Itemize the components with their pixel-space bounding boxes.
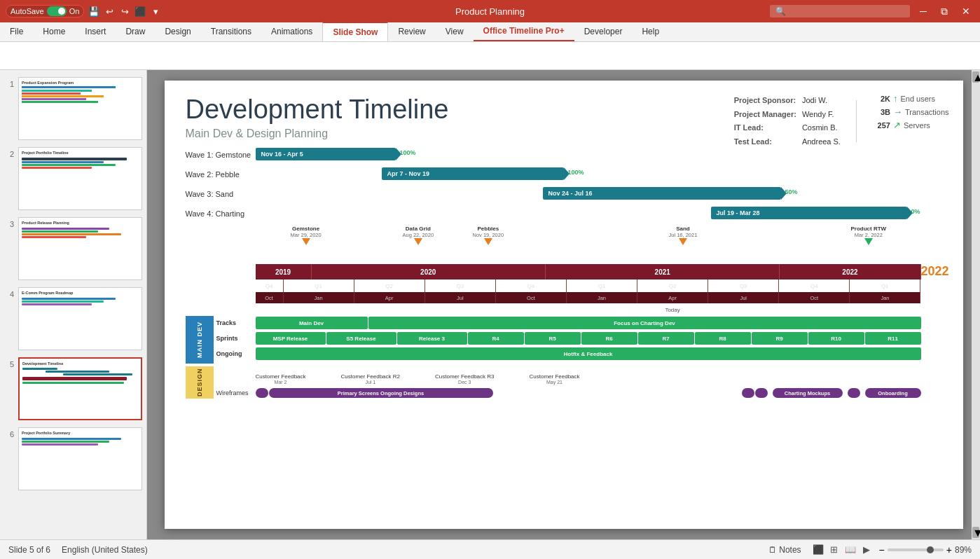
more-icon[interactable]: ▾ xyxy=(150,6,161,17)
status-right: 🗒 Notes ⬛ ⊞ 📖 ▶ − + 89% xyxy=(764,543,972,557)
wave-pct-1: 100% xyxy=(400,149,416,156)
stat-arrow-2: ↗ xyxy=(893,120,901,130)
scroll-down[interactable]: ▼ xyxy=(972,527,979,538)
q2-2020: Q2 xyxy=(354,280,425,292)
tab-transitions[interactable]: Transitions xyxy=(201,22,261,41)
minimize-button[interactable]: ─ xyxy=(916,6,931,17)
zoom-control: − + 89% xyxy=(879,544,972,555)
slide-num-5: 5 xyxy=(4,360,14,368)
undo-icon[interactable]: ↩ xyxy=(104,6,115,17)
v-scrollbar[interactable]: ▲ ▼ xyxy=(972,70,980,539)
zoom-in-button[interactable]: + xyxy=(946,544,952,555)
q4-2021: Q4 xyxy=(779,280,850,292)
tab-design[interactable]: Design xyxy=(155,22,200,41)
title-bar-left: AutoSave On 💾 ↩ ↪ ⬛ ▾ xyxy=(6,5,161,18)
feedback-1: Customer Feedback Mar 2 xyxy=(256,373,306,385)
slide-num-3: 3 xyxy=(4,220,14,228)
sprint-r10: R10 xyxy=(808,332,864,345)
slide-img-1: Product Expansion Program xyxy=(18,77,142,140)
tab-slide-show[interactable]: Slide Show xyxy=(322,22,388,41)
tab-insert[interactable]: Insert xyxy=(75,22,116,41)
it-lead-label: IT Lead: xyxy=(734,122,801,134)
scroll-up[interactable]: ▲ xyxy=(972,71,979,83)
year-2021: 2021 xyxy=(546,264,780,280)
ribbon-content xyxy=(0,42,980,70)
year-2020: 2020 xyxy=(312,264,546,280)
tab-help[interactable]: Help xyxy=(632,22,669,41)
stat-num-1: 3B xyxy=(871,108,890,116)
tab-draw[interactable]: Draw xyxy=(116,22,155,41)
wave-label-1: Wave 1: Gemstone xyxy=(186,151,256,159)
month-oct2: Oct xyxy=(496,292,567,303)
sprint-msp: MSP Release xyxy=(256,332,326,345)
slide-thumb-5[interactable]: 5 Development Timeline xyxy=(3,356,144,422)
wireframes-label: Wireframes xyxy=(214,389,256,396)
tab-file[interactable]: File xyxy=(0,22,33,41)
notes-button[interactable]: 🗒 Notes xyxy=(764,544,806,556)
tab-office-timeline[interactable]: Office Timeline Pro+ xyxy=(474,22,574,41)
sprint-r3: Release 3 xyxy=(397,332,467,345)
present-icon[interactable]: ⬛ xyxy=(134,6,146,17)
onboarding-bar: Onboarding xyxy=(865,388,921,398)
autosave-toggle[interactable] xyxy=(47,6,67,16)
autosave-badge[interactable]: AutoSave On xyxy=(6,5,84,18)
slide-panel[interactable]: 1 Product Expansion Program 2 xyxy=(0,70,147,539)
status-left: Slide 5 of 6 English (United States) xyxy=(8,545,148,555)
close-button[interactable]: ✕ xyxy=(958,6,974,17)
zoom-out-button[interactable]: − xyxy=(879,544,885,555)
slide-canvas-wrap: Development Timeline Main Dev & Design P… xyxy=(147,70,980,539)
search-bar[interactable]: 🔍 xyxy=(770,5,910,18)
wave-section: Wave 1: Gemstone Nov 16 - Apr 5 100% Wav… xyxy=(186,147,851,221)
wave-bar-4: Jul 19 - Mar 28 xyxy=(711,207,907,219)
stat-num-2: 257 xyxy=(871,121,890,130)
title-bar: AutoSave On 💾 ↩ ↪ ⬛ ▾ Product Planning 🔍… xyxy=(0,0,980,22)
milestone-arrow-sand xyxy=(679,238,687,245)
slide-thumb-3[interactable]: 3 Product Release Planning xyxy=(3,216,144,282)
redo-icon[interactable]: ↪ xyxy=(119,6,130,17)
stat-row-1: 3B → Transactions xyxy=(871,106,949,117)
stat-row-0: 2K ↑ End users xyxy=(871,93,949,104)
wave-row-1: Wave 1: Gemstone Nov 16 - Apr 5 100% xyxy=(186,147,851,163)
tab-review[interactable]: Review xyxy=(388,22,435,41)
save-icon[interactable]: 💾 xyxy=(88,6,99,17)
slide-num-6: 6 xyxy=(4,430,14,439)
feedback-4: Customer Feedback May 21 xyxy=(530,373,580,385)
year-badge-2022: 2022 xyxy=(920,264,948,279)
milestone-arrow-gemstone xyxy=(302,238,310,245)
zoom-slider[interactable] xyxy=(888,548,944,551)
view-buttons: ⬛ ⊞ 📖 ▶ xyxy=(811,543,874,557)
wave-track-1: Nov 16 - Apr 5 100% xyxy=(256,148,851,162)
restore-button[interactable]: ⧉ xyxy=(937,6,952,18)
month-apr2: Apr Today xyxy=(637,292,708,303)
month-row: Oct Jan Apr Jul Oct Jan Apr Today Jul Oc… xyxy=(256,292,921,303)
test-lead-value: Andreea S. xyxy=(802,136,841,149)
normal-view-button[interactable]: ⬛ xyxy=(811,543,825,557)
slide-sorter-button[interactable]: ⊞ xyxy=(827,543,841,557)
autosave-label: AutoSave xyxy=(11,7,44,15)
track-label-ongoing: Ongoing xyxy=(214,350,256,357)
slide-thumb-1[interactable]: 1 Product Expansion Program xyxy=(3,76,144,142)
design-section: DESIGN Customer Feedback Mar 2 xyxy=(186,366,921,401)
slide-thumb-2[interactable]: 2 Project Portfolio Timeline xyxy=(3,146,144,212)
tab-view[interactable]: View xyxy=(436,22,474,41)
calendar-header-section: 2019 2020 2021 2022 2022 xyxy=(256,264,921,280)
milestone-sand: Sand Jul 16, 2021 xyxy=(669,226,698,245)
slide-thumb-4[interactable]: 4 E-Comm Program Roadmap xyxy=(3,286,144,352)
charting-bar: Charting Mockups xyxy=(773,388,843,398)
sprint-r8: R8 xyxy=(695,332,751,345)
sprint-r11: R11 xyxy=(865,332,921,345)
milestone-arrow-datagrid xyxy=(414,238,422,245)
q4-2020: Q4 xyxy=(496,280,567,292)
slide-info: Slide 5 of 6 xyxy=(8,545,50,555)
reading-view-button[interactable]: 📖 xyxy=(843,543,857,557)
milestone-pebbles: Pebbles Nov 19, 2020 xyxy=(473,226,504,245)
slide-thumb-6[interactable]: 6 Project Portfolio Summary xyxy=(3,426,144,492)
track-label-sprints: Sprints xyxy=(214,335,256,342)
tab-home[interactable]: Home xyxy=(33,22,75,41)
tab-developer[interactable]: Developer xyxy=(574,22,633,41)
feedback-row: Customer Feedback Mar 2 Customer Feedbac… xyxy=(214,366,921,385)
sponsor-label: Project Sponsor: xyxy=(734,95,801,107)
stat-label-0: End users xyxy=(900,95,935,103)
presenter-view-button[interactable]: ▶ xyxy=(860,543,874,557)
tab-animations[interactable]: Animations xyxy=(261,22,322,41)
